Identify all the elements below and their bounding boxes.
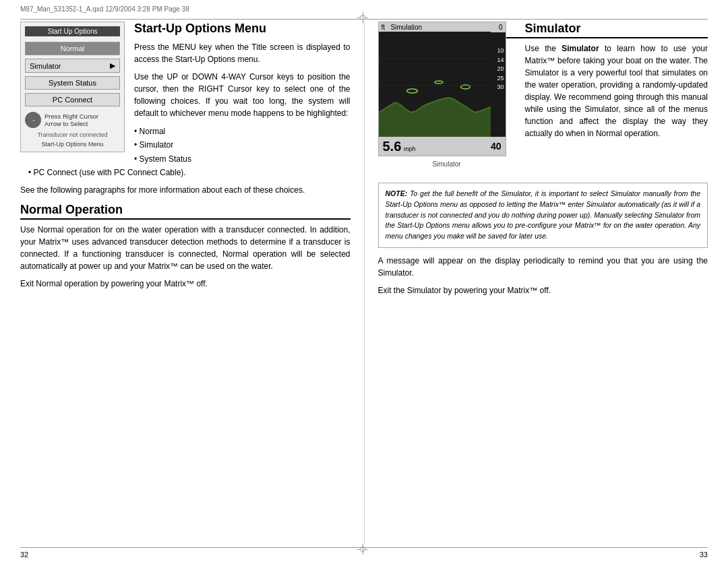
simulator-section: ft Simulation 0 28 ft 10 14 20 25 30 — [378, 22, 708, 176]
normal-op-text1: Use Normal operation for on the water op… — [20, 224, 351, 272]
sim-speed-bar: 5.6 mph 40 — [379, 137, 506, 156]
press-hint-icon: → — [25, 112, 41, 128]
press-hint: → Press Right CursorArrow to Select — [25, 112, 120, 128]
startup-section: Start Up Options Normal Simulator ▶ Syst… — [20, 22, 351, 184]
scale-num-2: 14 — [497, 56, 504, 65]
bullet-item-4: PC Connect (use with PC Connect Cable). — [28, 166, 351, 179]
sim-top-bar: ft Simulation 0 — [379, 22, 506, 32]
sim-top-label: ft Simulation — [382, 24, 423, 31]
menu-caption: Start-Up Options Menu — [25, 141, 120, 148]
menu-screenshot: Start Up Options Normal Simulator ▶ Syst… — [20, 22, 125, 152]
sim-top-right: 0 — [499, 24, 503, 31]
menu-item-pc-connect[interactable]: PC Connect — [25, 93, 120, 106]
scale-num-1: 10 — [497, 46, 504, 56]
transducer-text: Transducer not connected — [25, 131, 120, 138]
note-box: NOTE: To get the full benefit of the Sim… — [378, 183, 708, 248]
scale-num-5: 30 — [497, 83, 504, 92]
press-hint-text: Press Right CursorArrow to Select — [44, 113, 98, 127]
message-text: A message will appear on the display per… — [378, 255, 708, 279]
page-number-right: 33 — [700, 551, 708, 559]
sim-speed-unit: mph — [404, 146, 416, 152]
sim-speed-value: 5.6 — [383, 139, 402, 154]
menu-title-bar: Start Up Options — [25, 26, 120, 36]
cursor-icon: → — [30, 117, 36, 123]
sim-screenshot: ft Simulation 0 28 ft 10 14 20 25 30 — [378, 22, 506, 156]
scale-num-3: 20 — [497, 65, 504, 74]
note-text: NOTE: To get the full benefit of the Sim… — [386, 189, 701, 242]
see-following-text: See the following paragraphs for more in… — [20, 184, 351, 196]
menu-item-system-status[interactable]: System Status — [25, 76, 120, 90]
normal-op-section: Normal Operation Use Normal operation fo… — [20, 203, 351, 290]
sim-speed-right: 40 — [491, 141, 502, 152]
header-text: M87_Man_531352-1_A.qxd 12/9/2004 3:28 PM… — [20, 5, 189, 13]
menu-item-simulator-label: Simulator — [30, 62, 61, 70]
page-number-left: 32 — [20, 551, 28, 559]
right-page: ft Simulation 0 28 ft 10 14 20 25 30 — [365, 22, 708, 544]
bottom-rule — [20, 547, 708, 548]
normal-op-text2: Exit Normal operation by powering your M… — [20, 278, 351, 290]
sim-speed-display: 5.6 mph — [383, 139, 416, 154]
sim-screenshot-container: ft Simulation 0 28 ft 10 14 20 25 30 — [378, 22, 516, 172]
reg-mark-bottom — [357, 544, 368, 555]
normal-op-title: Normal Operation — [20, 203, 351, 220]
sim-scale-right: 10 14 20 25 30 — [497, 46, 504, 92]
sonar-display — [379, 32, 491, 138]
exit-text: Exit the Simulator by powering your Matr… — [378, 284, 708, 296]
simulator-arrow-icon: ▶ — [110, 61, 115, 70]
scale-num-4: 25 — [497, 74, 504, 84]
menu-item-simulator[interactable]: Simulator ▶ — [25, 59, 120, 73]
left-page: Start Up Options Normal Simulator ▶ Syst… — [20, 22, 365, 544]
menu-item-normal[interactable]: Normal — [25, 42, 120, 55]
bullet-item-3: System Status — [28, 152, 351, 166]
page-body: Start Up Options Normal Simulator ▶ Syst… — [20, 22, 708, 544]
